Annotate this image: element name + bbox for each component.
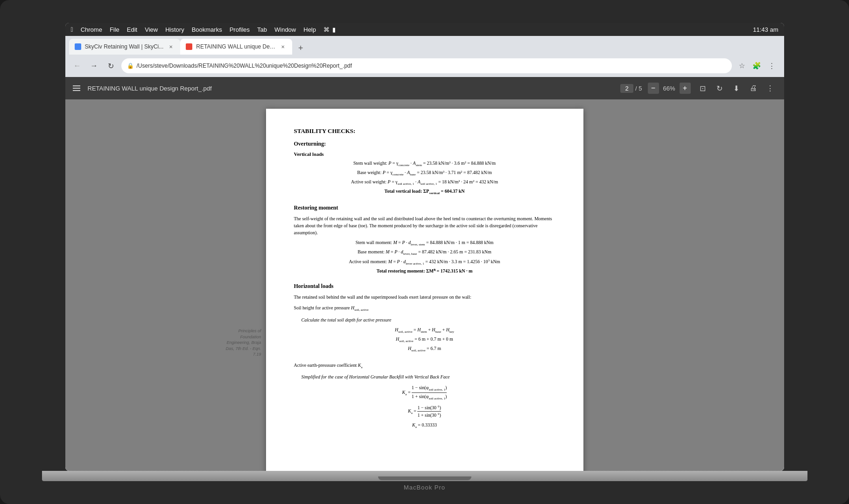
menu-history[interactable]: History [165,26,184,33]
horizontal-loads-title: Horizontal loads [294,283,555,290]
screen:  Chrome File Edit View History Bookmark… [65,23,784,471]
pdf-page-separator: / 5 [635,85,642,92]
active-soil-weight-formula: Active soil weight: P = γsoil active, 1 … [294,179,555,186]
tab-pdf[interactable]: RETAINING WALL unique Desi... ✕ [180,39,292,55]
pdf-page: Principles of Foundation Engineering, Br… [266,109,583,471]
macbook-label: MacBook Pro [404,484,445,491]
stem-moment-formula: Stem wall moment: M = P · dlever, stem =… [294,240,555,246]
apple-logo-icon[interactable]:  [71,26,73,33]
horizontal-loads-text: The retained soil behind the wall and th… [294,294,555,301]
zoom-out-button[interactable]: − [648,83,659,94]
section-title-stability: STABILITY CHECKS: [294,127,555,135]
status-icons: ⌘ ▮ [323,26,336,33]
zoom-value: 66% [661,85,678,92]
soil-height-label: Soil height for active pressure Hsoil, a… [294,304,555,313]
base-weight-formula: Base weight: P = γconcrete · Abase = 23.… [294,170,555,176]
bookmark-icon[interactable]: ☆ [736,59,749,72]
h-active-formula2: Hsoil, active = 6 m + 0.7 m + 0 m [294,336,555,343]
address-bar: ← → ↻ 🔒 /Users/steve/Downloads/RETAINING… [65,55,784,77]
menu-help[interactable]: Help [303,26,316,33]
pdf-page-nav: / 5 [620,84,642,93]
laptop-notch [378,476,471,480]
laptop-base [42,471,807,481]
menu-tab[interactable]: Tab [257,26,267,33]
back-button[interactable]: ← [71,59,84,72]
menu-file[interactable]: File [110,26,119,33]
total-restoring-moment: Total restoring moment: ΣMᴿ = 1742.315 k… [294,268,555,273]
restoring-moment-text: The self-weight of the retaining wall an… [294,215,555,236]
base-moment-formula: Base moment: M = P · dlever, base = 87.4… [294,249,555,256]
lock-icon: 🔒 [127,63,134,69]
new-tab-button[interactable]: + [294,42,307,55]
toolbar-icons: ☆ 🧩 ⋮ [736,59,779,72]
stem-weight-formula: Stem wall weight: P = γconcrete · Astem … [294,161,555,167]
macos-menu: Chrome File Edit View History Bookmarks … [81,26,316,33]
chrome-window: SkyCiv Retaining Wall | SkyCi... ✕ RETAI… [65,36,784,471]
menu-edit[interactable]: Edit [127,26,137,33]
more-icon[interactable]: ⋮ [765,59,779,72]
download-icon[interactable]: ⬇ [730,82,743,95]
menu-profiles[interactable]: Profiles [230,26,250,33]
tab-close-skyciv[interactable]: ✕ [167,43,175,50]
menu-view[interactable]: View [145,26,158,33]
tab-close-pdf[interactable]: ✕ [279,43,287,50]
restoring-moment-title: Restoring moment [294,204,555,211]
pdf-toolbar-icons: ⊡ ↻ ⬇ 🖨 ⋮ [696,82,777,95]
more-options-icon[interactable]: ⋮ [764,82,777,95]
extension-icon[interactable]: 🧩 [751,59,764,72]
ka-label: Active earth-presssure coefficient Ka [294,362,555,370]
ka-formula2: Ka = 1 − sin(30 °) 1 + sin(30 °) [294,405,555,418]
tab-title-skyciv: SkyCiv Retaining Wall | SkyCi... [85,43,164,50]
rotate-icon[interactable]: ↻ [713,82,726,95]
tab-skyciv[interactable]: SkyCiv Retaining Wall | SkyCi... ✕ [69,39,181,55]
pdf-page-input[interactable] [620,84,633,93]
tab-bar: SkyCiv Retaining Wall | SkyCi... ✕ RETAI… [65,36,784,55]
tab-title-pdf: RETAINING WALL unique Desi... [196,43,275,50]
pdf-zoom-controls: − 66% + [648,83,691,94]
ka-simplified: Simplified for the case of Horizontal Gr… [294,373,555,380]
h-active-result: Hsoil, active = 6.7 m [294,346,555,352]
vertical-loads-title: Vertical loads [294,151,555,157]
h-active-formula1: Hsoil, active = Hstem + Hbase + Hkey [294,327,555,334]
battery-icon: ▮ [332,26,336,33]
clock: 11:43 am [753,26,778,33]
url-text: /Users/steve/Downloads/RETAINING%20WALL%… [137,63,352,69]
menu-chrome[interactable]: Chrome [81,26,102,33]
pdf-content-area[interactable]: Principles of Foundation Engineering, Br… [65,99,784,471]
active-soil-moment-formula: Active soil moment: M = P · dlever activ… [294,259,555,266]
calculate-depth-text: Calculate the total soil depth for activ… [294,316,555,323]
zoom-in-button[interactable]: + [680,83,691,94]
overturning-title: Overturning: [294,140,555,147]
forward-button[interactable]: → [88,59,101,72]
wifi-icon: ⌘ [323,26,330,33]
reload-button[interactable]: ↻ [105,59,118,72]
menu-window[interactable]: Window [274,26,296,33]
ka-formula1: Ka = 1 − sin(φsoil active, 1) 1 + sin(φs… [294,385,555,400]
pdf-toolbar: RETAINING WALL unique Design Report_.pdf… [65,77,784,99]
macos-menu-bar:  Chrome File Edit View History Bookmark… [65,23,784,36]
pdf-title: RETAINING WALL unique Design Report_.pdf [88,85,615,92]
page-annotation: Principles of Foundation Engineering, Br… [219,328,261,357]
tab-favicon-pdf [186,43,192,50]
ka-result: Ka = 0.33333 [294,422,555,429]
url-bar[interactable]: 🔒 /Users/steve/Downloads/RETAINING%20WAL… [121,58,732,73]
pdf-menu-button[interactable] [73,84,82,93]
menu-bookmarks[interactable]: Bookmarks [192,26,222,33]
total-vertical-load: Total vertical load: ΣPvertical = 604.37… [294,189,555,195]
print-icon[interactable]: 🖨 [747,82,760,95]
tab-favicon-skyciv [75,43,81,50]
laptop-frame:  Chrome File Edit View History Bookmark… [0,0,849,504]
fit-page-icon[interactable]: ⊡ [696,82,709,95]
